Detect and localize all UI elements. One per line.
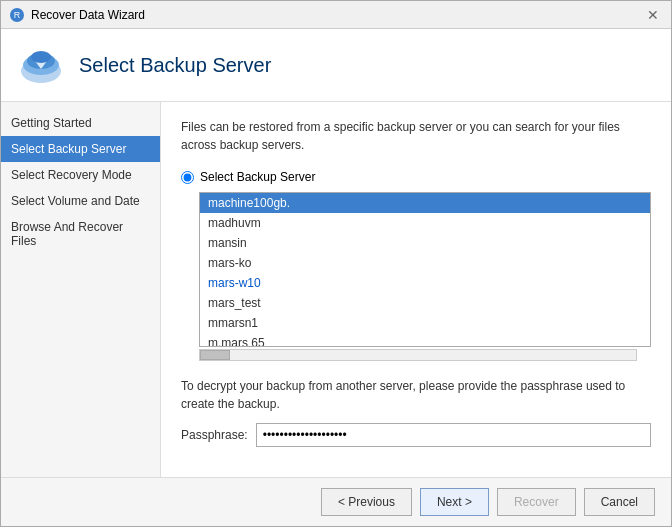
decrypt-description: To decrypt your backup from another serv…: [181, 377, 651, 413]
sidebar: Getting Started Select Backup Server Sel…: [1, 102, 161, 477]
list-item[interactable]: madhuvm: [200, 213, 650, 233]
wizard-header: Select Backup Server: [1, 29, 671, 102]
list-item[interactable]: mmarsn1: [200, 313, 650, 333]
svg-point-5: [31, 51, 51, 63]
scrollbar-thumb[interactable]: [200, 350, 230, 360]
title-bar-left: R Recover Data Wizard: [9, 7, 145, 23]
list-item[interactable]: mars-w10: [200, 273, 650, 293]
select-backup-radio[interactable]: [181, 171, 194, 184]
title-bar: R Recover Data Wizard ✕: [1, 1, 671, 29]
list-item[interactable]: mars_test: [200, 293, 650, 313]
page-title: Select Backup Server: [79, 54, 271, 77]
content-area: Getting Started Select Backup Server Sel…: [1, 102, 671, 477]
window-title: Recover Data Wizard: [31, 8, 145, 22]
previous-button[interactable]: < Previous: [321, 488, 412, 516]
header-icon: [17, 41, 65, 89]
recover-button[interactable]: Recover: [497, 488, 576, 516]
sidebar-item-select-recovery-mode[interactable]: Select Recovery Mode: [1, 162, 160, 188]
svg-text:R: R: [14, 10, 21, 20]
radio-section: Select Backup Server machine100gb. madhu…: [181, 170, 651, 361]
sidebar-item-browse-recover[interactable]: Browse And Recover Files: [1, 214, 160, 254]
list-item[interactable]: machine100gb.: [200, 193, 650, 213]
server-listbox[interactable]: machine100gb. madhuvm mansin mars-ko mar…: [199, 192, 651, 347]
page-description: Files can be restored from a specific ba…: [181, 118, 651, 154]
decrypt-section: To decrypt your backup from another serv…: [181, 377, 651, 447]
passphrase-row: Passphrase:: [181, 423, 651, 447]
close-button[interactable]: ✕: [643, 5, 663, 25]
main-window: R Recover Data Wizard ✕ Select Backup Se…: [0, 0, 672, 527]
list-item[interactable]: m.mars 65: [200, 333, 650, 347]
footer: < Previous Next > Recover Cancel: [1, 477, 671, 526]
horizontal-scrollbar[interactable]: [199, 349, 637, 361]
sidebar-item-select-backup-server[interactable]: Select Backup Server: [1, 136, 160, 162]
list-item[interactable]: mansin: [200, 233, 650, 253]
sidebar-item-select-volume-date[interactable]: Select Volume and Date: [1, 188, 160, 214]
app-icon: R: [9, 7, 25, 23]
passphrase-input[interactable]: [256, 423, 651, 447]
select-backup-label: Select Backup Server: [200, 170, 315, 184]
main-content: Files can be restored from a specific ba…: [161, 102, 671, 477]
next-button[interactable]: Next >: [420, 488, 489, 516]
passphrase-label: Passphrase:: [181, 428, 248, 442]
list-item[interactable]: mars-ko: [200, 253, 650, 273]
sidebar-item-getting-started[interactable]: Getting Started: [1, 110, 160, 136]
select-backup-radio-label[interactable]: Select Backup Server: [181, 170, 651, 184]
cancel-button[interactable]: Cancel: [584, 488, 655, 516]
